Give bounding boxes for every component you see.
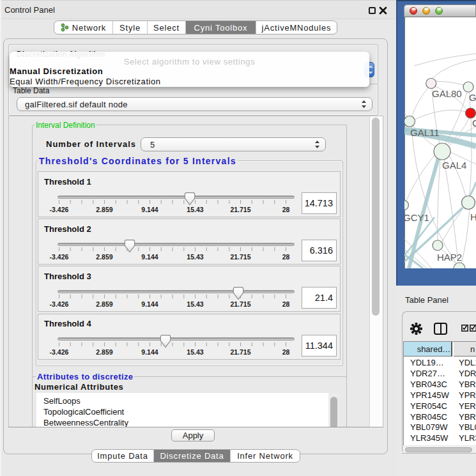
svg-text:GA: GA [469, 92, 476, 103]
svg-text:GAL4: GAL4 [442, 160, 466, 171]
svg-text:H: H [470, 211, 476, 222]
svg-text:GCY1: GCY1 [404, 212, 429, 223]
svg-text:HAP2: HAP2 [437, 252, 462, 263]
svg-text:GAL80: GAL80 [432, 88, 462, 99]
svg-text:GAL11: GAL11 [410, 127, 440, 138]
svg-text:C: C [472, 118, 476, 128]
